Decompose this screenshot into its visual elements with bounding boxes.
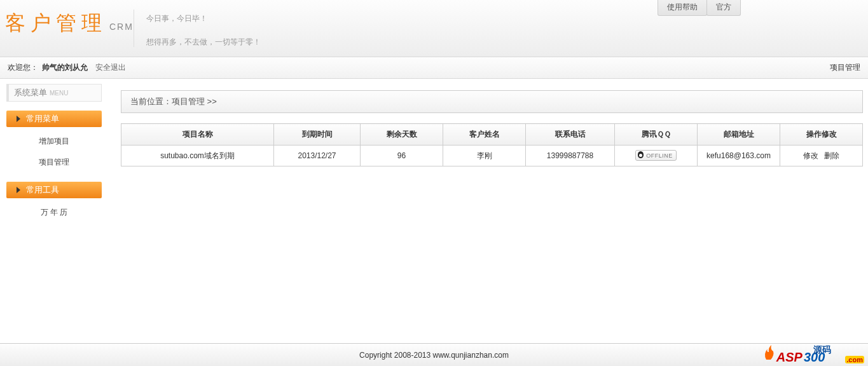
table-header-row: 项目名称 到期时间 剩余天数 客户姓名 联系电话 腾讯ＱＱ 邮箱地址 操作修改 bbox=[121, 124, 863, 146]
edit-link[interactable]: 修改 bbox=[803, 151, 818, 160]
header: 使用帮助 官方 客户管理 CRM 今日事，今日毕！ 想得再多，不去做，一切等于零… bbox=[0, 0, 868, 57]
breadcrumb: 当前位置：项目管理 >> bbox=[121, 90, 863, 113]
menu-cat-tools[interactable]: 常用工具 bbox=[6, 182, 102, 198]
sidebar: 系统菜单 MENU 常用菜单 增加项目 项目管理 常用工具 万 年 历 bbox=[0, 79, 108, 343]
welcome-user: 帅气的刘从允 bbox=[42, 62, 88, 73]
menu-cat-label: 常用工具 bbox=[26, 184, 59, 196]
cell-days: 96 bbox=[361, 146, 443, 166]
slogan-line1: 今日事，今日毕！ bbox=[146, 13, 261, 25]
qq-status-text: OFFLINE bbox=[646, 152, 673, 159]
cell-name: sutubao.com域名到期 bbox=[121, 146, 274, 166]
th-name: 项目名称 bbox=[121, 124, 274, 146]
footer: Copyright 2008-2013 www.qunjianzhan.com bbox=[0, 343, 868, 366]
sidebar-item-project-mgmt[interactable]: 项目管理 bbox=[6, 152, 102, 173]
flame-icon bbox=[762, 344, 775, 361]
th-qq: 腾讯ＱＱ bbox=[615, 124, 698, 146]
sys-menu-en: MENU bbox=[50, 90, 68, 97]
cell-customer: 李刚 bbox=[443, 146, 526, 166]
logout-link[interactable]: 安全退出 bbox=[95, 62, 126, 73]
th-email: 邮箱地址 bbox=[698, 124, 780, 146]
th-phone: 联系电话 bbox=[526, 124, 615, 146]
sidebar-item-calendar[interactable]: 万 年 历 bbox=[6, 202, 102, 223]
wm-asp: ASP bbox=[776, 350, 803, 365]
logo-sub: CRM bbox=[109, 22, 134, 32]
wm-dot: .com bbox=[845, 356, 864, 363]
th-customer: 客户姓名 bbox=[443, 124, 526, 146]
main: 系统菜单 MENU 常用菜单 增加项目 项目管理 常用工具 万 年 历 当前位置… bbox=[0, 79, 868, 343]
arrow-icon bbox=[17, 187, 20, 193]
help-link[interactable]: 使用帮助 bbox=[658, 0, 707, 16]
project-mgmt-link[interactable]: 项目管理 bbox=[830, 63, 860, 72]
sys-menu-title: 系统菜单 MENU bbox=[6, 84, 102, 102]
cell-qq[interactable]: OFFLINE bbox=[615, 146, 698, 166]
th-days: 剩余天数 bbox=[361, 124, 443, 146]
menu-items-2: 万 年 历 bbox=[6, 198, 102, 229]
divider bbox=[134, 10, 134, 47]
sys-menu-cn: 系统菜单 bbox=[14, 87, 47, 98]
menu-cat-label: 常用菜单 bbox=[26, 113, 59, 125]
welcome-left: 欢迎您： 帅气的刘从允 安全退出 bbox=[8, 62, 126, 73]
official-link[interactable]: 官方 bbox=[706, 0, 741, 16]
logo: 客户管理 CRM bbox=[5, 10, 134, 37]
welcome-right: 项目管理 bbox=[830, 62, 860, 73]
cell-expire: 2013/12/27 bbox=[274, 146, 361, 166]
cell-phone: 13999887788 bbox=[526, 146, 615, 166]
content: 当前位置：项目管理 >> 项目名称 到期时间 剩余天数 客户姓名 联系电话 腾讯… bbox=[108, 79, 868, 343]
menu-cat-common[interactable]: 常用菜单 bbox=[6, 111, 102, 127]
delete-link[interactable]: 删除 bbox=[824, 151, 839, 160]
cell-actions: 修改 删除 bbox=[780, 146, 863, 166]
logo-text: 客户管理 bbox=[5, 10, 107, 37]
wm-cn: 源码 bbox=[813, 344, 831, 356]
qq-offline-badge[interactable]: OFFLINE bbox=[635, 150, 677, 161]
arrow-icon bbox=[17, 116, 20, 122]
welcome-label: 欢迎您： bbox=[8, 62, 38, 73]
sidebar-item-add-project[interactable]: 增加项目 bbox=[6, 131, 102, 152]
top-links: 使用帮助 官方 bbox=[658, 0, 741, 16]
slogan-line2: 想得再多，不去做，一切等于零！ bbox=[146, 36, 261, 48]
th-expire: 到期时间 bbox=[274, 124, 361, 146]
qq-penguin-icon bbox=[637, 151, 644, 159]
project-table: 项目名称 到期时间 剩余天数 客户姓名 联系电话 腾讯ＱＱ 邮箱地址 操作修改 … bbox=[121, 123, 863, 166]
copyright: Copyright 2008-2013 www.qunjianzhan.com bbox=[359, 351, 509, 360]
table-row: sutubao.com域名到期 2013/12/27 96 李刚 1399988… bbox=[121, 146, 863, 166]
welcome-bar: 欢迎您： 帅气的刘从允 安全退出 项目管理 bbox=[0, 57, 868, 79]
menu-items-1: 增加项目 项目管理 bbox=[6, 127, 102, 179]
cell-email: kefu168@163.com bbox=[698, 146, 780, 166]
slogan: 今日事，今日毕！ 想得再多，不去做，一切等于零！ bbox=[146, 13, 261, 48]
th-actions: 操作修改 bbox=[780, 124, 863, 146]
watermark: ASP 300 源码 .com bbox=[762, 348, 864, 365]
